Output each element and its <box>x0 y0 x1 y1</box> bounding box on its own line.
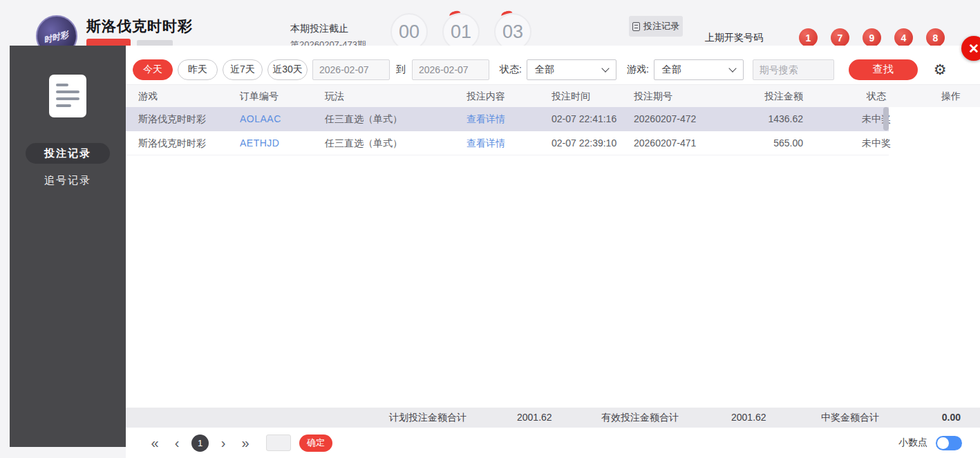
col-header-game: 游戏 <box>138 85 158 108</box>
draw-ball: 4 <box>894 28 913 46</box>
decimal-toggle-switch[interactable] <box>936 436 962 450</box>
decimal-toggle-group: 小数点 <box>898 436 962 450</box>
col-header-time: 投注时间 <box>552 85 590 108</box>
play-tab-sliver[interactable] <box>86 39 131 46</box>
countdown-timer: 00 01 03 <box>390 13 531 46</box>
cell-period: 20260207-471 <box>634 131 696 155</box>
filter-30days-button[interactable]: 近30天 <box>267 59 308 80</box>
sidebar-item-bet-records[interactable]: 投注记录 <box>26 143 110 164</box>
planned-total-value: 2001.62 <box>517 408 552 428</box>
period-search-input[interactable] <box>753 59 834 80</box>
countdown-seconds: 03 <box>494 13 531 46</box>
date-to-input[interactable] <box>412 59 489 80</box>
cell-order-link[interactable]: AETHJD <box>240 131 279 155</box>
chevron-down-icon <box>728 64 736 72</box>
search-button[interactable]: 查找 <box>849 59 918 80</box>
cell-amount: 1436.62 <box>720 107 803 131</box>
filter-today-button[interactable]: 今天 <box>133 59 173 80</box>
win-total-value: 0.00 <box>921 408 961 428</box>
countdown-seconds-value: 03 <box>502 21 523 43</box>
table-row[interactable]: 斯洛伐克时时彩 AOLAAC 任三直选（单式） 查看详情 02-07 22:41… <box>126 107 889 131</box>
deadline-block: 本期投注截止 第20260207-473期 <box>290 23 366 46</box>
win-total-label: 中奖金额合计 <box>821 408 879 428</box>
filter-7days-button[interactable]: 近7天 <box>223 59 263 80</box>
app-screen: 时时彩 斯洛伐克时时彩 本期投注截止 第20260207-473期 00 01 … <box>0 0 980 458</box>
page-jump-confirm-button[interactable]: 确定 <box>299 435 332 452</box>
game-select-value: 全部 <box>662 64 681 76</box>
game-filter-label: 游戏: <box>627 64 649 76</box>
current-page-badge[interactable]: 1 <box>191 435 209 452</box>
odds-tab-sliver[interactable] <box>137 40 173 46</box>
next-page-icon[interactable]: › <box>212 436 234 450</box>
draw-ball: 9 <box>863 28 881 46</box>
last-page-icon[interactable]: » <box>234 436 256 450</box>
prev-page-icon[interactable]: ‹ <box>166 436 188 450</box>
cell-order-link[interactable]: AOLAAC <box>240 107 281 131</box>
cell-play: 任三直选（单式） <box>325 107 402 131</box>
toggle-knob <box>937 437 949 449</box>
bet-record-button[interactable]: 投注记录 <box>629 16 683 37</box>
chevron-down-icon <box>601 64 609 72</box>
filter-yesterday-button[interactable]: 昨天 <box>178 59 218 80</box>
lottery-logo: 时时彩 <box>36 15 77 46</box>
table-row[interactable]: 斯洛伐克时时彩 AETHJD 任三直选（单式） 查看详情 02-07 22:39… <box>126 131 889 155</box>
countdown-minutes-value: 01 <box>451 21 471 43</box>
planned-total-label: 计划投注金额合计 <box>389 408 467 428</box>
cell-view-detail-link[interactable]: 查看详情 <box>467 131 505 155</box>
countdown-tick-icon <box>500 10 513 19</box>
filter-bar: 今天 昨天 近7天 近30天 到 状态: 全部 游戏: 全部 查找 ⚙ <box>126 46 980 84</box>
last-draw-label: 上期开奖号码 <box>705 32 763 44</box>
cell-period: 20260207-472 <box>634 107 696 131</box>
table-body: 斯洛伐克时时彩 AOLAAC 任三直选（单式） 查看详情 02-07 22:41… <box>126 107 980 408</box>
logo-text: 时时彩 <box>42 29 69 46</box>
last-draw-numbers: 1 7 9 4 8 <box>799 28 945 46</box>
decimal-toggle-label: 小数点 <box>898 437 927 449</box>
col-header-order: 订单编号 <box>240 85 279 108</box>
col-header-play: 玩法 <box>325 85 344 108</box>
cell-time: 02-07 22:41:16 <box>552 107 616 131</box>
cell-time: 02-07 22:39:10 <box>552 131 616 155</box>
draw-ball: 1 <box>799 28 818 46</box>
cell-status: 未中奖 <box>857 107 896 131</box>
bet-records-modal: 今天 昨天 近7天 近30天 到 状态: 全部 游戏: 全部 查找 ⚙ 游戏 订… <box>126 46 980 458</box>
countdown-minutes: 01 <box>442 13 480 46</box>
sidebar-item-chase-records[interactable]: 追号记录 <box>26 170 110 191</box>
cell-game: 斯洛伐克时时彩 <box>138 131 206 155</box>
settings-gear-icon[interactable]: ⚙ <box>934 62 947 77</box>
document-icon <box>632 22 640 31</box>
draw-ball: 8 <box>926 28 945 46</box>
status-select[interactable]: 全部 <box>527 59 616 80</box>
bet-record-button-label: 投注记录 <box>643 20 679 32</box>
table-header-row: 游戏 订单编号 玩法 投注内容 投注时间 投注期号 投注金额 状态 操作 <box>126 84 980 107</box>
date-range-to-label: 到 <box>396 64 406 76</box>
deadline-label: 本期投注截止 <box>290 23 366 35</box>
col-header-amount: 投注金额 <box>720 85 803 108</box>
cell-view-detail-link[interactable]: 查看详情 <box>467 107 505 131</box>
draw-ball: 7 <box>831 28 849 46</box>
cell-status: 未中奖 <box>857 131 896 155</box>
col-header-content: 投注内容 <box>467 85 505 108</box>
game-select[interactable]: 全部 <box>654 59 744 80</box>
cell-play: 任三直选（单式） <box>325 131 402 155</box>
col-header-period: 投注期号 <box>634 85 672 108</box>
date-from-input[interactable] <box>312 59 390 80</box>
col-header-status: 状态 <box>857 85 896 108</box>
page-title: 斯洛伐克时时彩 <box>86 17 193 36</box>
cell-amount: 565.00 <box>720 131 803 155</box>
valid-total-label: 有效投注金额合计 <box>601 408 679 428</box>
first-page-icon[interactable]: « <box>144 436 166 450</box>
countdown-hours-value: 00 <box>399 21 420 43</box>
page-jump-input[interactable] <box>266 435 291 451</box>
pagination-bar: « ‹ 1 › » 确定 小数点 <box>126 428 980 458</box>
status-select-value: 全部 <box>535 64 554 76</box>
records-document-icon <box>49 75 86 117</box>
deadline-period: 第20260207-473期 <box>290 39 366 46</box>
records-sidebar: 投注记录 追号记录 <box>10 46 126 447</box>
cell-game: 斯洛伐克时时彩 <box>138 107 206 131</box>
valid-total-value: 2001.62 <box>731 408 766 428</box>
vertical-scrollbar-thumb[interactable] <box>883 107 889 131</box>
countdown-hours: 00 <box>390 13 428 46</box>
countdown-tick-icon <box>449 10 462 19</box>
col-header-action: 操作 <box>941 85 961 108</box>
summary-bar: 计划投注金额合计 2001.62 有效投注金额合计 2001.62 中奖金额合计… <box>126 408 980 428</box>
